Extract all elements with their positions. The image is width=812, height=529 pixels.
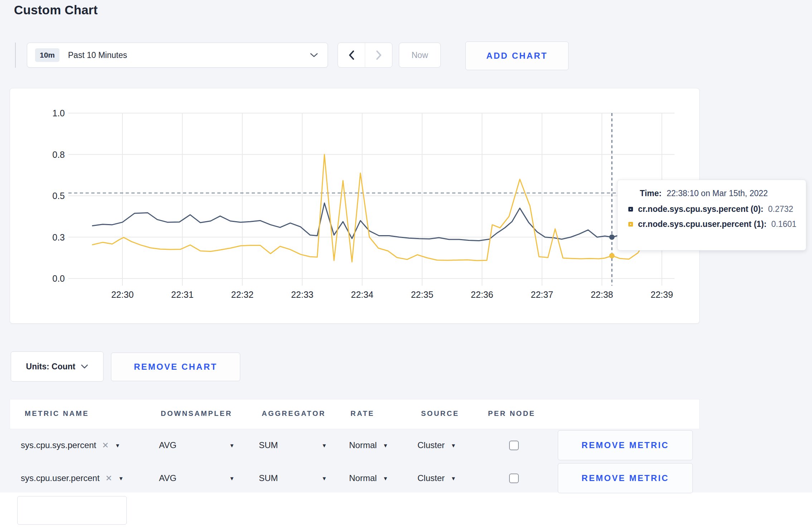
- now-button[interactable]: Now: [399, 43, 441, 68]
- add-metric-button[interactable]: [17, 496, 127, 525]
- caret-down-icon: ▼: [322, 442, 327, 448]
- per-node-checkbox[interactable]: [509, 441, 519, 450]
- chevron-left-icon: [349, 50, 354, 60]
- caret-down-icon: ▼: [451, 442, 456, 448]
- source-value: Cluster: [417, 440, 445, 450]
- step-back-button[interactable]: [338, 43, 365, 67]
- downsampler-select[interactable]: AVG ▼: [159, 429, 235, 461]
- aggregator-value: SUM: [259, 440, 278, 450]
- toolbar-divider: [15, 43, 16, 68]
- svg-text:22:31: 22:31: [171, 290, 194, 300]
- caret-down-icon: ▼: [229, 442, 235, 448]
- metric-name-select[interactable]: sys.cpu.user.percent ✕ ▼: [21, 462, 124, 494]
- header-aggregator: AGGREGATOR: [262, 409, 326, 418]
- downsampler-select[interactable]: AVG ▼: [159, 462, 235, 494]
- caret-down-icon: ▼: [451, 475, 456, 481]
- add-chart-button[interactable]: ADD CHART: [465, 42, 569, 70]
- tooltip-time-value: 22:38:10 on Mar 15th, 2022: [667, 189, 768, 198]
- page-title: Custom Chart: [14, 3, 98, 17]
- svg-text:22:33: 22:33: [291, 290, 314, 300]
- tooltip-time: Time:22:38:10 on Mar 15th, 2022: [640, 189, 797, 198]
- svg-text:22:30: 22:30: [111, 290, 134, 300]
- header-per-node: PER NODE: [488, 409, 535, 418]
- time-window-label: Past 10 Minutes: [68, 50, 310, 60]
- rate-select[interactable]: Normal ▼: [349, 429, 388, 461]
- aggregator-select[interactable]: SUM ▼: [259, 429, 327, 461]
- svg-text:22:37: 22:37: [531, 290, 554, 300]
- aggregator-select[interactable]: SUM ▼: [259, 462, 327, 494]
- series-0-swatch-icon: [628, 207, 633, 212]
- header-metric-name: METRIC NAME: [25, 409, 89, 418]
- tooltip-series-1-name: cr.node.sys.cpu.user.percent (1):: [638, 219, 767, 229]
- tooltip-series-row: cr.node.sys.cpu.user.percent (1): 0.1601: [628, 219, 797, 229]
- svg-text:22:32: 22:32: [231, 290, 254, 300]
- aggregator-value: SUM: [259, 473, 278, 483]
- remove-metric-x-icon[interactable]: ✕: [105, 474, 112, 483]
- source-select[interactable]: Cluster ▼: [417, 462, 456, 494]
- chevron-down-icon: [81, 364, 88, 369]
- caret-down-icon: ▼: [115, 442, 120, 448]
- caret-down-icon: ▼: [229, 475, 235, 481]
- metric-row: sys.cpu.sys.percent ✕ ▼ AVG ▼ SUM ▼ Norm…: [10, 429, 700, 461]
- downsampler-value: AVG: [159, 473, 177, 483]
- remove-metric-x-icon[interactable]: ✕: [102, 441, 109, 450]
- rate-value: Normal: [349, 473, 377, 483]
- metric-name-select[interactable]: sys.cpu.sys.percent ✕ ▼: [21, 429, 120, 461]
- tooltip-series-0-name: cr.node.sys.cpu.sys.percent (0):: [638, 204, 763, 214]
- metric-row: sys.cpu.user.percent ✕ ▼ AVG ▼ SUM ▼ Nor…: [10, 462, 700, 494]
- header-rate: RATE: [351, 409, 374, 418]
- metric-name-value: sys.cpu.user.percent: [21, 473, 100, 483]
- source-select[interactable]: Cluster ▼: [417, 429, 456, 461]
- header-source: SOURCE: [421, 409, 459, 418]
- units-dropdown[interactable]: Units: Count: [11, 351, 103, 382]
- caret-down-icon: ▼: [322, 475, 327, 481]
- header-downsampler: DOWNSAMPLER: [161, 409, 232, 418]
- svg-text:22:36: 22:36: [471, 290, 493, 300]
- per-node-cell: [509, 462, 519, 494]
- chart-hover-tooltip: Time:22:38:10 on Mar 15th, 2022 cr.node.…: [617, 180, 806, 251]
- caret-down-icon: ▼: [383, 475, 388, 481]
- time-window-dropdown[interactable]: 10m Past 10 Minutes: [27, 43, 328, 68]
- tooltip-series-0-value: 0.2732: [768, 204, 793, 214]
- time-window-badge: 10m: [35, 48, 59, 62]
- metrics-table-header: METRIC NAME DOWNSAMPLER AGGREGATOR RATE …: [10, 399, 700, 429]
- tooltip-series-1-value: 0.1601: [771, 219, 796, 229]
- series-1-swatch-icon: [628, 222, 633, 227]
- svg-text:22:35: 22:35: [411, 290, 434, 300]
- cpu-percent-line-chart[interactable]: 0.00.30.50.81.022:3022:3122:3222:3322:34…: [10, 88, 699, 323]
- per-node-cell: [509, 429, 519, 461]
- svg-text:22:34: 22:34: [351, 290, 373, 300]
- units-label: Units: Count: [26, 362, 76, 372]
- svg-text:0.3: 0.3: [52, 232, 65, 242]
- per-node-checkbox[interactable]: [509, 474, 519, 483]
- svg-text:0.0: 0.0: [52, 273, 65, 283]
- rate-value: Normal: [349, 440, 377, 450]
- custom-chart-card: 0.00.30.50.81.022:3022:3122:3222:3322:34…: [10, 88, 700, 324]
- svg-text:22:39: 22:39: [651, 290, 673, 300]
- rate-select[interactable]: Normal ▼: [349, 462, 388, 494]
- tooltip-series-row: cr.node.sys.cpu.sys.percent (0): 0.2732: [628, 204, 797, 214]
- tooltip-time-label: Time:: [640, 189, 662, 198]
- remove-metric-button[interactable]: REMOVE METRIC: [558, 463, 693, 493]
- svg-text:0.8: 0.8: [52, 150, 65, 160]
- svg-text:0.5: 0.5: [52, 191, 65, 201]
- caret-down-icon: ▼: [118, 475, 124, 481]
- downsampler-value: AVG: [159, 440, 177, 450]
- svg-text:1.0: 1.0: [52, 108, 65, 118]
- source-value: Cluster: [417, 473, 445, 483]
- step-forward-button[interactable]: [365, 43, 392, 67]
- metric-name-value: sys.cpu.sys.percent: [21, 440, 96, 450]
- chevron-right-icon: [376, 50, 382, 60]
- chevron-down-icon: [310, 53, 318, 58]
- remove-metric-button[interactable]: REMOVE METRIC: [558, 430, 693, 460]
- caret-down-icon: ▼: [383, 442, 388, 448]
- remove-chart-button[interactable]: REMOVE CHART: [111, 353, 240, 381]
- time-step-controls: [338, 43, 392, 68]
- svg-text:22:38: 22:38: [591, 290, 613, 300]
